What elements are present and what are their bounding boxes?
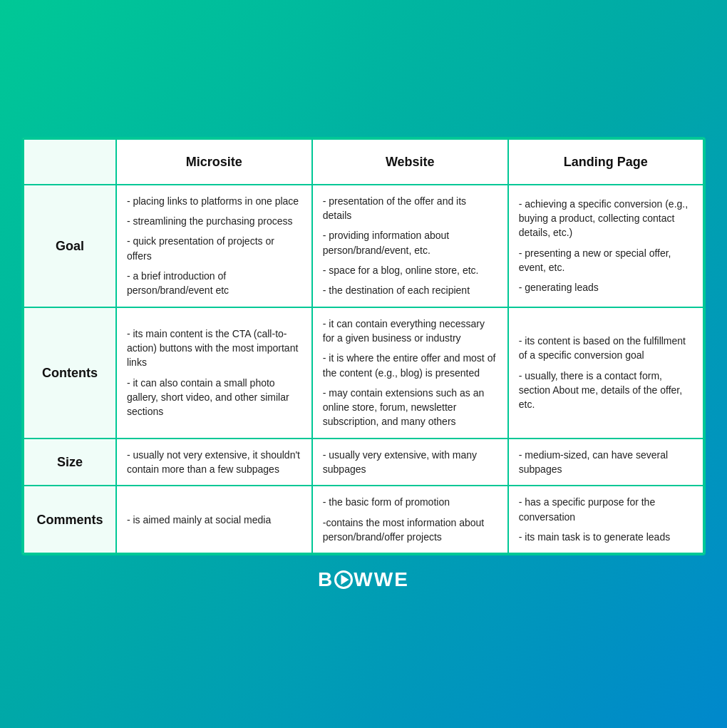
header-landing-page: Landing Page [508,139,703,185]
row-label-2: Size [24,439,116,486]
table-row: Goal- placing links to platforms in one … [24,185,703,307]
table-row: Comments - is aimed mainly at social med… [24,486,703,553]
row-3-col2: - is aimed mainly at social media [116,486,312,553]
row-1-col4: - its content is based on the fulfillmen… [508,307,703,439]
row-0-col3: - presentation of the offer and its deta… [312,185,508,307]
header-website: Website [312,139,508,185]
row-label-3: Comments [24,486,116,553]
logo: B WWE [318,568,409,591]
row-2-col3: - usually very extensive, with many subp… [312,439,508,486]
row-0-col4: - achieving a specific conversion (e.g.,… [508,185,703,307]
row-3-col4: - has a specific purpose for the convers… [508,486,703,553]
footer: B WWE [318,568,409,591]
row-1-col2: - its main content is the CTA (call-to-a… [116,307,312,439]
logo-b: B [318,568,334,591]
row-2-col4: - medium-sized, can have several subpage… [508,439,703,486]
row-3-col3: - the basic form of promotion-contains t… [312,486,508,553]
header-microsite: Microsite [116,139,312,185]
row-label-0: Goal [24,185,116,307]
table-row: Size- usually not very extensive, it sho… [24,439,703,486]
comparison-table: Microsite Website Landing Page Goal- pla… [21,137,706,555]
row-1-col3: - it can contain everything necessary fo… [312,307,508,439]
table-row: Contents- its main content is the CTA (c… [24,307,703,439]
row-0-col2: - placing links to platforms in one plac… [116,185,312,307]
row-2-col2: - usually not very extensive, it shouldn… [116,439,312,486]
logo-wwe: WWE [354,568,409,591]
header-empty [24,139,116,185]
logo-o [334,570,353,589]
row-label-1: Contents [24,307,116,439]
